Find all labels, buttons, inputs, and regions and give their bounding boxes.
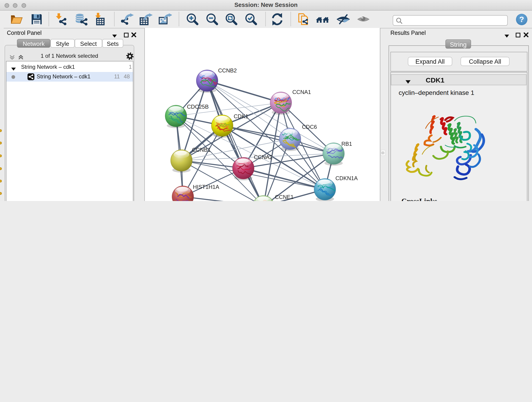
svg-text:CDK1: CDK1: [234, 113, 248, 119]
svg-text:CCNB1: CCNB1: [192, 147, 210, 153]
svg-text:CDKN1A: CDKN1A: [336, 175, 358, 181]
svg-text:CDC6: CDC6: [302, 124, 317, 130]
svg-text:CCNA1: CCNA1: [292, 89, 311, 95]
svg-text:CCNA2: CCNA2: [254, 154, 272, 160]
svg-text:CCNB2: CCNB2: [218, 67, 237, 74]
svg-text:RB1: RB1: [341, 141, 352, 147]
svg-text:CCNE1: CCNE1: [275, 194, 293, 200]
svg-text:HIST1H1A: HIST1H1A: [193, 184, 219, 190]
svg-text:CDC25B: CDC25B: [187, 104, 209, 110]
